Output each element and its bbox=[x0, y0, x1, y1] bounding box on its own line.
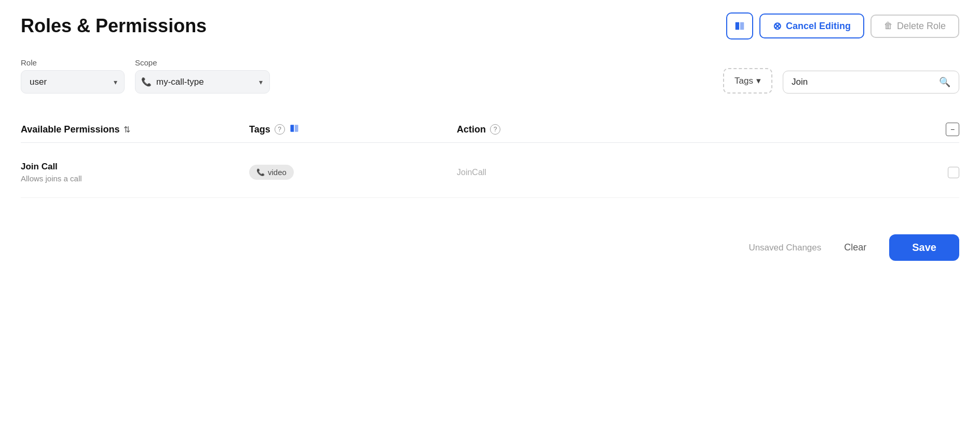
tags-help-icon[interactable]: ? bbox=[275, 124, 285, 135]
scope-label: Scope bbox=[135, 58, 270, 67]
delete-role-label: Delete Role bbox=[897, 21, 946, 32]
action-help-icon[interactable]: ? bbox=[490, 124, 500, 135]
col-checkbox-header: − bbox=[932, 123, 959, 136]
page-title: Roles & Permissions bbox=[21, 15, 207, 37]
scope-select[interactable]: my-call-type bbox=[135, 70, 270, 94]
table-header: Available Permissions ⇅ Tags ? Action ? … bbox=[21, 114, 959, 143]
cancel-editing-button[interactable]: ⊗ Cancel Editing bbox=[759, 14, 864, 38]
trash-icon: 🗑 bbox=[884, 21, 893, 31]
row-checkbox-cell bbox=[932, 167, 959, 178]
role-field: Role user ▾ bbox=[21, 58, 125, 94]
action-value: JoinCall bbox=[457, 168, 486, 177]
cancel-editing-label: Cancel Editing bbox=[786, 21, 851, 32]
role-select[interactable]: user bbox=[21, 70, 125, 94]
tag-pill-label: video bbox=[268, 168, 287, 177]
book-icon bbox=[734, 20, 745, 32]
tag-pill-icon: 📞 bbox=[256, 168, 265, 176]
tag-pill: 📞 video bbox=[249, 165, 294, 180]
unsaved-changes-label: Unsaved Changes bbox=[748, 243, 821, 253]
search-box: 🔍 bbox=[783, 71, 959, 94]
permission-name: Join Call bbox=[21, 162, 82, 172]
search-input[interactable] bbox=[792, 77, 939, 87]
col-action-header: Action ? bbox=[457, 124, 932, 135]
footer: Unsaved Changes Clear Save bbox=[21, 219, 959, 261]
tags-dropdown-button[interactable]: Tags ▾ bbox=[723, 68, 772, 94]
cancel-circle-icon: ⊗ bbox=[773, 20, 782, 32]
table-body: Join Call Allows joins a call 📞 video Jo… bbox=[21, 147, 959, 198]
action-cell: JoinCall bbox=[457, 168, 932, 177]
clear-button[interactable]: Clear bbox=[834, 237, 877, 258]
delete-role-button[interactable]: 🗑 Delete Role bbox=[870, 15, 959, 38]
minus-button[interactable]: − bbox=[946, 123, 959, 136]
row-checkbox[interactable] bbox=[948, 167, 959, 178]
save-button[interactable]: Save bbox=[889, 234, 959, 261]
tag-cell: 📞 video bbox=[249, 165, 457, 180]
role-select-wrapper: user ▾ bbox=[21, 70, 125, 94]
page-header: Roles & Permissions ⊗ Cancel Editing 🗑 D… bbox=[21, 12, 959, 39]
tags-label: Tags bbox=[734, 76, 753, 86]
tags-book-icon[interactable] bbox=[289, 123, 300, 136]
scope-select-wrapper: 📞 my-call-type ▾ bbox=[135, 70, 270, 94]
col-tags-label: Tags bbox=[249, 124, 270, 135]
sort-icon[interactable]: ⇅ bbox=[124, 125, 130, 135]
col-tags-header: Tags ? bbox=[249, 123, 457, 136]
search-icon: 🔍 bbox=[939, 76, 950, 88]
col-action-label: Action bbox=[457, 124, 486, 135]
permission-description: Allows joins a call bbox=[21, 174, 82, 183]
permission-cell: Join Call Allows joins a call bbox=[21, 162, 249, 183]
controls-row: Role user ▾ Scope 📞 my-call-type ▾ Tags … bbox=[21, 58, 959, 94]
col-permissions-label: Available Permissions bbox=[21, 124, 119, 135]
table-row: Join Call Allows joins a call 📞 video Jo… bbox=[21, 147, 959, 198]
role-label: Role bbox=[21, 58, 125, 67]
col-permissions-header: Available Permissions ⇅ bbox=[21, 124, 249, 135]
book-icon-button[interactable] bbox=[726, 12, 753, 39]
header-actions: ⊗ Cancel Editing 🗑 Delete Role bbox=[726, 12, 959, 39]
tags-chevron-icon: ▾ bbox=[756, 75, 761, 86]
scope-field: Scope 📞 my-call-type ▾ bbox=[135, 58, 270, 94]
